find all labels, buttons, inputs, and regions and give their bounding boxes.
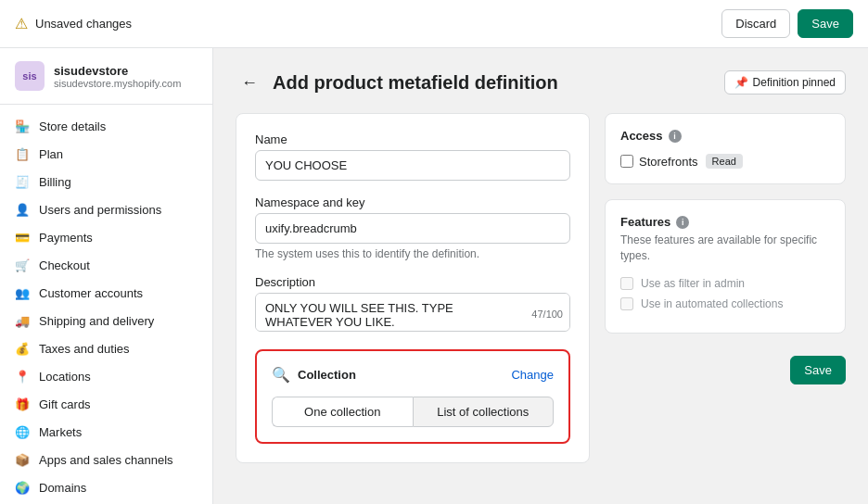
collection-icon: 🔍 bbox=[272, 366, 290, 384]
sidebar: sis sisudevstore sisudevstore.myshopify.… bbox=[0, 48, 213, 504]
nav-list: 🏪 Store details 📋 Plan 🧾 Billing 👤 Users… bbox=[0, 105, 212, 504]
store-icon: 🏪 bbox=[15, 119, 30, 133]
features-info-icon[interactable]: i bbox=[676, 216, 689, 229]
save-row: Save bbox=[605, 356, 846, 384]
sidebar-item-locations[interactable]: 📍 Locations bbox=[0, 362, 212, 390]
gift-cards-icon: 🎁 bbox=[15, 397, 30, 411]
access-header: Access i bbox=[620, 129, 830, 143]
sidebar-item-label: Checkout bbox=[39, 258, 90, 272]
type-tabs: One collection List of collections bbox=[272, 397, 554, 427]
read-badge: Read bbox=[706, 154, 743, 169]
features-title: Features bbox=[620, 215, 670, 229]
sidebar-item-store-details[interactable]: 🏪 Store details bbox=[0, 112, 212, 140]
sidebar-item-shipping-delivery[interactable]: 🚚 Shipping and delivery bbox=[0, 307, 212, 334]
sidebar-item-label: Markets bbox=[39, 425, 82, 439]
sidebar-item-markets[interactable]: 🌐 Markets bbox=[0, 418, 212, 446]
sidebar-item-apps-sales-channels[interactable]: 📦 Apps and sales channels bbox=[0, 446, 212, 473]
feature2-label: Use in automated collections bbox=[641, 297, 783, 310]
sidebar-item-label: Users and permissions bbox=[39, 203, 161, 217]
type-card: 🔍 Collection Change One collection List … bbox=[255, 349, 570, 444]
storefronts-label: Storefronts bbox=[639, 155, 698, 169]
store-url: sisudevstore.myshopify.com bbox=[54, 78, 181, 89]
name-field-group: Name bbox=[255, 132, 570, 181]
namespace-label: Namespace and key bbox=[255, 195, 570, 209]
name-input[interactable] bbox=[255, 150, 570, 181]
char-count: 47/100 bbox=[531, 309, 563, 320]
storefronts-checkbox[interactable] bbox=[620, 155, 633, 168]
tab-one-collection[interactable]: One collection bbox=[272, 397, 413, 427]
access-title: Access bbox=[620, 129, 663, 143]
sidebar-item-taxes-duties[interactable]: 💰 Taxes and duties bbox=[0, 334, 212, 362]
form-section: Name Namespace and key The system uses t… bbox=[236, 113, 590, 463]
locations-icon: 📍 bbox=[15, 369, 30, 384]
sidebar-item-label: Gift cards bbox=[39, 397, 91, 411]
store-info: sisudevstore sisudevstore.myshopify.com bbox=[54, 64, 181, 89]
sidebar-item-checkout[interactable]: 🛒 Checkout bbox=[0, 251, 212, 279]
sidebar-item-label: Locations bbox=[39, 370, 91, 384]
save-button-bottom[interactable]: Save bbox=[790, 356, 846, 384]
type-header: 🔍 Collection Change bbox=[272, 366, 554, 384]
feature2-checkbox bbox=[620, 297, 633, 310]
sidebar-item-label: Taxes and duties bbox=[39, 342, 130, 356]
pin-icon: 📌 bbox=[734, 76, 748, 89]
sidebar-item-gift-cards[interactable]: 🎁 Gift cards bbox=[0, 390, 212, 418]
save-button-top[interactable]: Save bbox=[798, 9, 853, 38]
description-label: Description bbox=[255, 275, 570, 289]
access-info-icon[interactable]: i bbox=[669, 130, 682, 143]
sidebar-item-label: Plan bbox=[39, 147, 63, 161]
sidebar-item-label: Store details bbox=[39, 120, 106, 133]
taxes-icon: 💰 bbox=[15, 341, 30, 356]
billing-icon: 🧾 bbox=[15, 174, 30, 189]
pinned-label: Definition pinned bbox=[753, 76, 836, 89]
storefronts-checkbox-label[interactable]: Storefronts bbox=[620, 155, 698, 169]
right-panel: Access i Storefronts Read Features bbox=[605, 113, 846, 463]
store-header[interactable]: sis sisudevstore sisudevstore.myshopify.… bbox=[0, 48, 212, 105]
features-header: Features i bbox=[620, 215, 830, 229]
sidebar-item-label: Payments bbox=[39, 231, 93, 245]
payments-icon: 💳 bbox=[15, 230, 30, 245]
warning-icon: ⚠ bbox=[15, 15, 28, 32]
tab-list-collections[interactable]: List of collections bbox=[413, 397, 555, 427]
sidebar-item-payments[interactable]: 💳 Payments bbox=[0, 223, 212, 251]
sidebar-item-users-permissions[interactable]: 👤 Users and permissions bbox=[0, 195, 212, 223]
apps-icon: 📦 bbox=[15, 452, 30, 467]
page-header: ← Add product metafield definition 📌 Def… bbox=[236, 70, 846, 94]
topbar-actions: Discard Save bbox=[721, 9, 853, 38]
sidebar-item-plan[interactable]: 📋 Plan bbox=[0, 140, 212, 168]
features-desc: These features are available for specifi… bbox=[620, 233, 830, 264]
pinned-badge: 📌 Definition pinned bbox=[724, 70, 846, 94]
sidebar-item-label: Billing bbox=[39, 175, 71, 189]
access-row: Storefronts Read bbox=[620, 154, 830, 169]
sidebar-item-billing[interactable]: 🧾 Billing bbox=[0, 168, 212, 195]
sidebar-item-label: Domains bbox=[39, 481, 86, 495]
layout: sis sisudevstore sisudevstore.myshopify.… bbox=[0, 48, 868, 504]
feature-row-1: Use as filter in admin bbox=[620, 277, 830, 290]
customer-accounts-icon: 👥 bbox=[15, 285, 30, 300]
change-type-link[interactable]: Change bbox=[511, 368, 554, 382]
topbar-left: ⚠ Unsaved changes bbox=[15, 15, 132, 32]
description-input[interactable]: ONLY YOU WILL SEE THIS. TYPE WHATEVER YO… bbox=[255, 293, 570, 332]
plan-icon: 📋 bbox=[15, 146, 30, 161]
sidebar-item-domains[interactable]: 🌍 Domains bbox=[0, 473, 212, 501]
discard-button[interactable]: Discard bbox=[721, 9, 790, 38]
namespace-hint: The system uses this to identify the def… bbox=[255, 247, 570, 260]
features-card: Features i These features are available … bbox=[605, 199, 846, 334]
back-button[interactable]: ← bbox=[236, 71, 263, 94]
domains-icon: 🌍 bbox=[15, 480, 30, 495]
checkout-icon: 🛒 bbox=[15, 258, 30, 272]
topbar: ⚠ Unsaved changes Discard Save bbox=[0, 0, 868, 48]
namespace-field-group: Namespace and key The system uses this t… bbox=[255, 195, 570, 260]
store-avatar: sis bbox=[15, 61, 45, 91]
markets-icon: 🌐 bbox=[15, 424, 30, 439]
type-name: Collection bbox=[298, 368, 356, 382]
form-card: Name Namespace and key The system uses t… bbox=[236, 113, 590, 463]
content-grid: Name Namespace and key The system uses t… bbox=[236, 113, 846, 463]
topbar-title: Unsaved changes bbox=[35, 17, 132, 31]
access-card: Access i Storefronts Read bbox=[605, 113, 846, 184]
users-icon: 👤 bbox=[15, 202, 30, 217]
description-field-group: Description ONLY YOU WILL SEE THIS. TYPE… bbox=[255, 275, 570, 334]
namespace-input[interactable] bbox=[255, 213, 570, 244]
main-content: ← Add product metafield definition 📌 Def… bbox=[213, 48, 868, 504]
description-wrapper: ONLY YOU WILL SEE THIS. TYPE WHATEVER YO… bbox=[255, 293, 570, 334]
sidebar-item-customer-accounts[interactable]: 👥 Customer accounts bbox=[0, 279, 212, 307]
